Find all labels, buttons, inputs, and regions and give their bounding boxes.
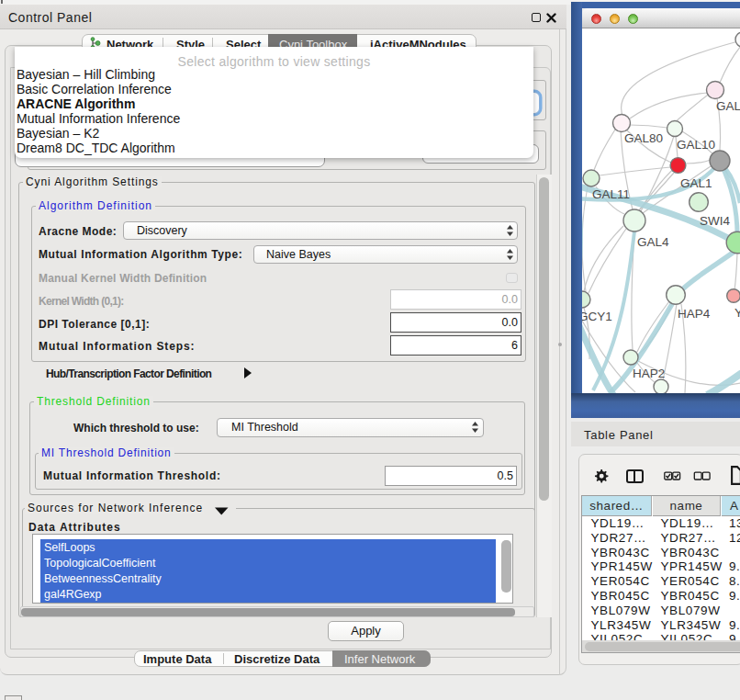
- svg-text:GAL1: GAL1: [680, 176, 712, 190]
- svg-text:HAP4: HAP4: [678, 307, 711, 321]
- svg-text:Y: Y: [734, 306, 740, 320]
- svg-text:GAL7: GAL7: [716, 99, 740, 113]
- svg-text:HAP2: HAP2: [633, 367, 665, 380]
- svg-text:GAL10: GAL10: [677, 138, 715, 152]
- svg-text:SWI4: SWI4: [700, 214, 730, 228]
- svg-text:GCY1: GCY1: [582, 310, 612, 323]
- svg-text:GAL80: GAL80: [624, 131, 663, 145]
- svg-text:GAL11: GAL11: [592, 187, 630, 201]
- svg-text:GAL4: GAL4: [637, 235, 669, 249]
